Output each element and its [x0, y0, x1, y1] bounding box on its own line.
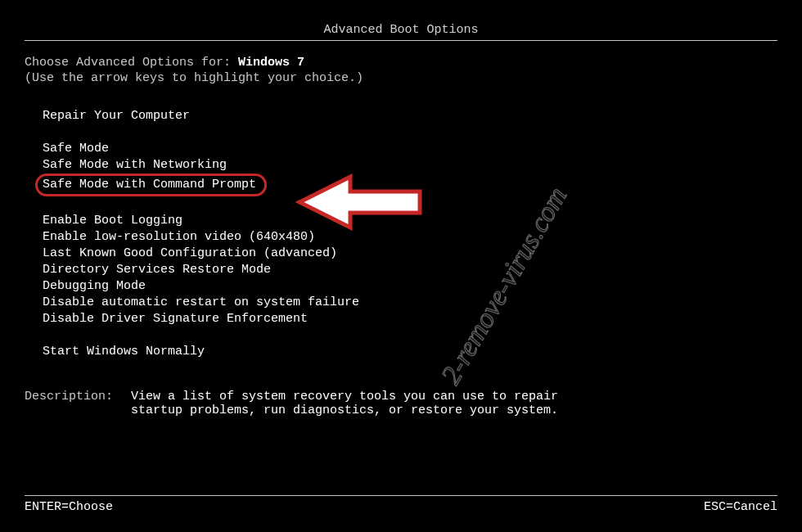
- menu-item-debugging-mode[interactable]: Debugging Mode: [43, 278, 777, 295]
- boot-options-screen: Advanced Boot Options Choose Advanced Op…: [0, 0, 802, 532]
- menu-item-safe-mode-command-prompt[interactable]: Safe Mode with Command Prompt: [43, 174, 777, 196]
- description-text: View a list of system recovery tools you…: [131, 390, 589, 417]
- menu-item-low-res-video[interactable]: Enable low-resolution video (640x480): [43, 229, 777, 246]
- menu-item-disable-auto-restart[interactable]: Disable automatic restart on system fail…: [43, 295, 777, 311]
- menu-group-advanced: Enable Boot Logging Enable low-resolutio…: [43, 213, 777, 327]
- divider-top: [25, 40, 777, 41]
- footer-esc: ESC=Cancel: [704, 500, 777, 514]
- intro-hint: (Use the arrow keys to highlight your ch…: [25, 71, 777, 85]
- menu-group-safemode: Safe Mode Safe Mode with Networking Safe…: [43, 141, 777, 196]
- highlight-ring: Safe Mode with Command Prompt: [35, 174, 267, 196]
- menu-item-enable-boot-logging[interactable]: Enable Boot Logging: [43, 213, 777, 229]
- divider-bottom: [25, 495, 777, 496]
- menu-group-repair: Repair Your Computer: [43, 108, 777, 124]
- menu-item-repair-your-computer[interactable]: Repair Your Computer: [43, 108, 777, 124]
- description-block: Description: View a list of system recov…: [25, 390, 777, 417]
- footer-bar: ENTER=Choose ESC=Cancel: [25, 500, 777, 514]
- os-name: Windows 7: [238, 56, 304, 70]
- menu-group-normal: Start Windows Normally: [43, 344, 777, 360]
- menu-item-safe-mode[interactable]: Safe Mode: [43, 141, 777, 157]
- boot-menu[interactable]: Repair Your Computer Safe Mode Safe Mode…: [25, 108, 777, 360]
- page-title: Advanced Boot Options: [323, 23, 478, 37]
- intro-prefix: Choose Advanced Options for:: [25, 56, 238, 70]
- title-bar: Advanced Boot Options: [25, 23, 777, 37]
- footer-enter: ENTER=Choose: [25, 500, 113, 514]
- menu-item-last-known-good[interactable]: Last Known Good Configuration (advanced): [43, 246, 777, 262]
- intro-line: Choose Advanced Options for: Windows 7: [25, 56, 777, 70]
- menu-item-start-normally[interactable]: Start Windows Normally: [43, 344, 777, 360]
- description-label: Description:: [25, 390, 131, 417]
- menu-item-disable-driver-sig[interactable]: Disable Driver Signature Enforcement: [43, 311, 777, 327]
- menu-item-safe-mode-networking[interactable]: Safe Mode with Networking: [43, 157, 777, 174]
- menu-item-directory-services-restore[interactable]: Directory Services Restore Mode: [43, 262, 777, 278]
